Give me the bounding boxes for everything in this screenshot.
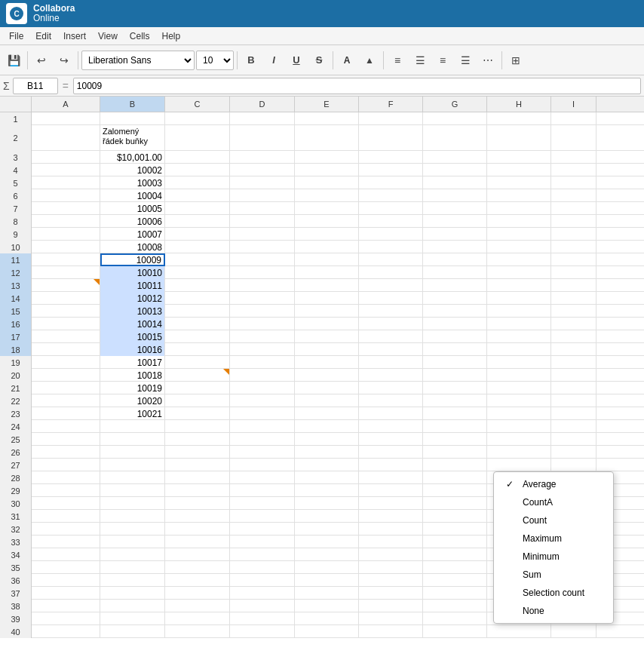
cell[interactable]	[423, 164, 487, 176]
cell[interactable]	[359, 587, 423, 600]
cell[interactable]: 10005	[100, 202, 165, 215]
cell[interactable]	[295, 484, 359, 497]
menu-cells[interactable]: Cells	[124, 29, 156, 43]
row-num[interactable]: 25	[0, 433, 32, 446]
cell[interactable]	[230, 574, 295, 587]
cell[interactable]	[359, 446, 423, 459]
cell[interactable]	[100, 561, 165, 574]
cell[interactable]	[100, 587, 165, 600]
align-center-button[interactable]: ☰	[409, 50, 431, 71]
ctx-none[interactable]: None	[494, 602, 613, 620]
cell[interactable]	[165, 561, 230, 574]
cell[interactable]	[230, 318, 295, 330]
cell[interactable]	[295, 497, 359, 510]
cell[interactable]	[32, 356, 100, 369]
more-align-button[interactable]: ⋯	[477, 50, 498, 71]
cell[interactable]	[423, 253, 487, 266]
cell[interactable]	[32, 215, 100, 228]
cell[interactable]	[230, 151, 295, 164]
menu-help[interactable]: Help	[156, 29, 187, 43]
row-num[interactable]: 12	[0, 266, 32, 279]
cell[interactable]	[32, 343, 100, 356]
cell[interactable]	[359, 330, 423, 343]
cell[interactable]	[359, 548, 423, 561]
col-header-g[interactable]: G	[423, 97, 487, 112]
cell[interactable]	[295, 164, 359, 176]
cell[interactable]	[551, 164, 596, 176]
cell[interactable]	[165, 305, 230, 318]
menu-edit[interactable]: Edit	[29, 29, 57, 43]
cell[interactable]	[165, 612, 230, 625]
cell[interactable]	[230, 420, 295, 433]
highlight-color-button[interactable]: ▲	[359, 50, 380, 71]
cell[interactable]	[165, 420, 230, 433]
cell[interactable]	[295, 330, 359, 343]
cell[interactable]	[295, 382, 359, 394]
row-num[interactable]: 19	[0, 356, 32, 369]
cell[interactable]	[230, 112, 295, 125]
cell[interactable]	[487, 253, 551, 266]
cell[interactable]	[295, 574, 359, 587]
cell[interactable]	[295, 279, 359, 292]
cell[interactable]	[551, 625, 596, 638]
cell[interactable]	[359, 279, 423, 292]
cell[interactable]	[487, 330, 551, 343]
cell[interactable]	[295, 241, 359, 253]
cell[interactable]	[100, 625, 165, 638]
row-num[interactable]: 28	[0, 471, 32, 484]
cell[interactable]	[423, 510, 487, 523]
cell[interactable]	[487, 112, 551, 125]
cell[interactable]	[295, 228, 359, 241]
cell[interactable]	[230, 394, 295, 407]
col-header-e[interactable]: E	[295, 97, 359, 112]
cell[interactable]	[551, 266, 596, 279]
row-num[interactable]: 38	[0, 600, 32, 612]
cell[interactable]	[295, 407, 359, 420]
row-num[interactable]: 24	[0, 420, 32, 433]
cell[interactable]	[551, 356, 596, 369]
cell[interactable]	[165, 600, 230, 612]
ctx-counta[interactable]: CountA	[494, 493, 613, 511]
cell[interactable]	[295, 446, 359, 459]
row-num[interactable]: 35	[0, 561, 32, 574]
cell[interactable]: 10012	[100, 292, 165, 305]
cell[interactable]	[423, 420, 487, 433]
cell[interactable]	[423, 523, 487, 536]
cell[interactable]	[230, 202, 295, 215]
ctx-sum[interactable]: Sum	[494, 566, 613, 584]
cell[interactable]: 10014	[100, 318, 165, 330]
cell[interactable]	[32, 382, 100, 394]
underline-button[interactable]: U	[286, 50, 307, 71]
cell[interactable]	[165, 497, 230, 510]
strikethrough-button[interactable]: S	[308, 50, 330, 71]
cell[interactable]	[230, 253, 295, 266]
cell[interactable]	[423, 279, 487, 292]
cell[interactable]	[359, 241, 423, 253]
cell[interactable]	[295, 548, 359, 561]
cell[interactable]	[359, 561, 423, 574]
cell[interactable]	[165, 548, 230, 561]
cell[interactable]	[32, 407, 100, 420]
cell[interactable]: 10017	[100, 356, 165, 369]
ctx-count[interactable]: Count	[494, 511, 613, 529]
cell[interactable]	[165, 112, 230, 125]
cell[interactable]	[359, 343, 423, 356]
cell[interactable]	[551, 420, 596, 433]
cell[interactable]	[165, 318, 230, 330]
cell[interactable]	[165, 407, 230, 420]
cell[interactable]: 10021	[100, 407, 165, 420]
cell[interactable]	[423, 471, 487, 484]
font-name-select[interactable]: Liberation Sans	[81, 51, 195, 70]
row-num[interactable]: 9	[0, 228, 32, 241]
cell[interactable]	[100, 112, 165, 125]
row-num[interactable]: 8	[0, 215, 32, 228]
cell[interactable]	[165, 330, 230, 343]
cell[interactable]	[165, 215, 230, 228]
cell[interactable]	[295, 561, 359, 574]
cell[interactable]	[165, 510, 230, 523]
col-header-i[interactable]: I	[551, 97, 596, 112]
ctx-minimum[interactable]: Minimum	[494, 548, 613, 566]
cell[interactable]	[295, 420, 359, 433]
cell[interactable]	[295, 125, 359, 151]
cell[interactable]	[165, 484, 230, 497]
